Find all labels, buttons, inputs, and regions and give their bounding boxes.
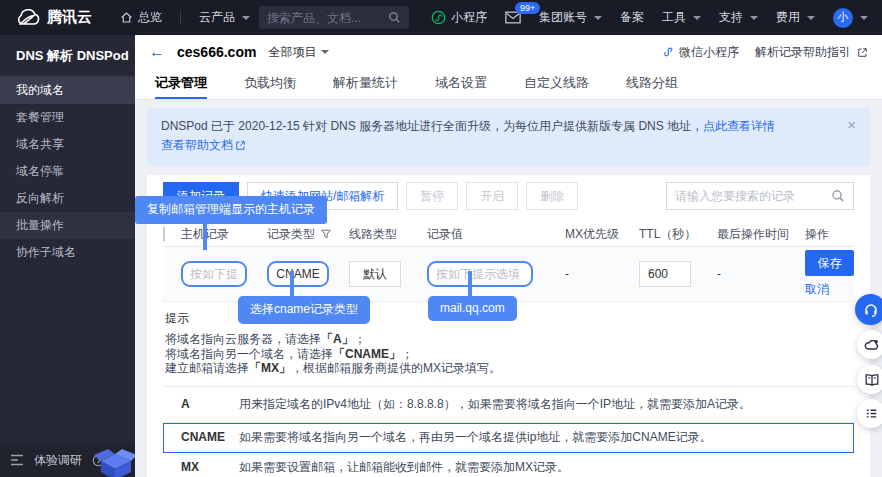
- cancel-link[interactable]: 取消: [805, 281, 829, 298]
- sidebar-item-my-domains[interactable]: 我的域名: [0, 77, 135, 104]
- nav-cloud-products[interactable]: 云产品: [199, 9, 250, 26]
- tip-line-a: 将域名指向云服务器，请选择「A」；: [165, 332, 852, 347]
- account-menu[interactable]: 小: [833, 8, 868, 28]
- record-type-input[interactable]: [267, 261, 329, 287]
- topbar: 腾讯云 总览 云产品 小程序 99+: [0, 0, 882, 35]
- record-type-row-cname: CNAME 如果需要将域名指向另一个域名，再由另一个域名提供ip地址，就需要添加…: [163, 423, 854, 453]
- chevron-down-icon: [693, 16, 701, 20]
- ttl-input[interactable]: [639, 261, 691, 287]
- record-search[interactable]: [666, 182, 854, 210]
- topbar-search[interactable]: [259, 6, 409, 29]
- project-filter[interactable]: 全部项目: [268, 44, 329, 61]
- col-header-host: 主机记录: [181, 226, 267, 243]
- nav-support[interactable]: 支持: [719, 9, 758, 26]
- nav-group-account[interactable]: 集团账号: [539, 9, 602, 26]
- line-type-input[interactable]: [349, 261, 401, 287]
- customer-service-button[interactable]: [855, 294, 882, 325]
- sidebar-item-domain-sharing[interactable]: 域名共享: [0, 131, 135, 158]
- tab-record-management[interactable]: 记录管理: [155, 69, 207, 99]
- survey-link[interactable]: 体验调研: [34, 452, 82, 469]
- tab-domain-settings[interactable]: 域名设置: [435, 69, 487, 99]
- search-icon[interactable]: [388, 11, 401, 24]
- domain-title: ces666.com: [177, 44, 256, 60]
- chevron-down-icon: [750, 16, 758, 20]
- tab-custom-lines[interactable]: 自定义线路: [524, 69, 589, 99]
- nav-beian[interactable]: 备案: [620, 9, 644, 26]
- filter-icon[interactable]: [321, 229, 331, 239]
- page-header: ← ces666.com 全部项目 微信小程序 解析记录帮助指引: [135, 35, 882, 69]
- col-header-ttl: TTL（秒）: [639, 226, 717, 243]
- guide-connector-value: [468, 271, 472, 298]
- record-value-input[interactable]: [427, 261, 533, 287]
- wechat-mini-program-link[interactable]: 微信小程序: [661, 44, 739, 61]
- message-count-badge: 99+: [515, 2, 540, 14]
- content-area: DNSPod 已于 2020-12-15 针对 DNS 服务器地址进行全面升级，…: [135, 100, 882, 477]
- chevron-down-icon: [321, 50, 329, 54]
- col-header-value: 记录值: [427, 226, 565, 243]
- last-op-time-value: -: [717, 267, 805, 281]
- box-illustration: [91, 444, 135, 477]
- chevron-down-icon: [807, 16, 815, 20]
- banner-detail-link[interactable]: 点此查看详情: [703, 119, 775, 133]
- save-button[interactable]: 保存: [805, 250, 854, 276]
- record-type-row-a: A 用来指定域名的IPv4地址（如：8.8.8.8），如果需要将域名指向一个IP…: [163, 387, 854, 423]
- sidebar-title: DNS 解析 DNSPod: [0, 35, 135, 77]
- topbar-search-input[interactable]: [267, 11, 382, 25]
- help-guide-link[interactable]: 解析记录帮助指引: [755, 44, 868, 61]
- external-link-icon[interactable]: [233, 138, 246, 152]
- cloud-logo-icon: [14, 9, 40, 26]
- back-arrow-icon[interactable]: ←: [149, 44, 165, 60]
- collapse-sidebar-icon[interactable]: [10, 454, 24, 466]
- new-record-form-row: - - 保存 取消: [163, 247, 854, 302]
- col-header-type[interactable]: 记录类型: [267, 226, 349, 243]
- sidebar-item-collaborative-subdomains[interactable]: 协作子域名: [0, 239, 135, 266]
- close-icon[interactable]: ×: [847, 117, 856, 132]
- tip-line-cname: 将域名指向另一个域名，请选择「CNAME」；: [165, 347, 852, 362]
- cloud-notification-button[interactable]: [857, 330, 882, 359]
- select-all-checkbox[interactable]: [163, 226, 165, 242]
- brand-text: 腾讯云: [47, 8, 92, 27]
- tip-line-mx: 建立邮箱请选择「MX」，根据邮箱服务商提供的MX记录填写。: [165, 361, 852, 376]
- record-type-row-mx: MX 如果需要设置邮箱，让邮箱能收到邮件，就需要添加MX记录。: [163, 453, 854, 477]
- chevron-down-icon: [860, 16, 868, 20]
- nav-messages[interactable]: 99+: [505, 11, 521, 24]
- search-icon[interactable]: [831, 189, 845, 203]
- delete-button[interactable]: 删除: [526, 182, 578, 210]
- col-header-line: 线路类型: [349, 226, 427, 243]
- tab-load-balancing[interactable]: 负载均衡: [244, 69, 296, 99]
- nav-billing[interactable]: 费用: [776, 9, 815, 26]
- pause-button[interactable]: 暂停: [406, 182, 458, 210]
- tab-line-groups[interactable]: 线路分组: [626, 69, 678, 99]
- host-record-input[interactable]: [181, 261, 247, 287]
- tab-bar: 记录管理 负载均衡 解析量统计 域名设置 自定义线路 线路分组: [135, 69, 882, 100]
- record-type-help-table: A 用来指定域名的IPv4地址（如：8.8.8.8），如果需要将域名指向一个IP…: [163, 386, 854, 477]
- nav-tools[interactable]: 工具: [662, 9, 701, 26]
- sidebar-item-domain-parking[interactable]: 域名停靠: [0, 158, 135, 185]
- external-link-icon: [857, 47, 868, 58]
- wechat-mini-program-icon: [661, 45, 675, 59]
- app-root: 腾讯云 总览 云产品 小程序 99+: [0, 0, 882, 477]
- avatar[interactable]: 小: [833, 8, 853, 28]
- chevron-down-icon: [594, 16, 602, 20]
- nav-mini-program[interactable]: 小程序: [431, 9, 487, 26]
- guide-connector-type: [290, 271, 294, 298]
- enable-button[interactable]: 开启: [466, 182, 518, 210]
- cloud-icon: [864, 337, 880, 353]
- nav-overview[interactable]: 总览: [120, 9, 162, 26]
- chevron-down-icon: [242, 16, 250, 20]
- sidebar-item-plan-management[interactable]: 套餐管理: [0, 104, 135, 131]
- docs-button[interactable]: [857, 365, 882, 394]
- notice-banner: DNSPod 已于 2020-12-15 针对 DNS 服务器地址进行全面升级，…: [147, 108, 870, 166]
- banner-text: DNSPod 已于 2020-12-15 针对 DNS 服务器地址进行全面升级，…: [161, 119, 703, 133]
- book-icon: [864, 372, 880, 388]
- feedback-button[interactable]: [857, 399, 882, 428]
- sidebar: DNS 解析 DNSPod 我的域名 套餐管理 域名共享 域名停靠 反向解析 批…: [0, 35, 135, 477]
- table-header-row: 主机记录 记录类型 线路类型 记录值 MX优先级 TTL（秒） 最后操作时间 操…: [163, 222, 854, 247]
- mini-program-icon: [431, 10, 446, 25]
- tencent-cloud-logo[interactable]: 腾讯云: [14, 8, 92, 27]
- record-search-input[interactable]: [675, 189, 825, 203]
- tab-resolution-stats[interactable]: 解析量统计: [333, 69, 398, 99]
- banner-doc-link[interactable]: 查看帮助文档: [161, 138, 233, 152]
- sidebar-item-reverse-resolution[interactable]: 反向解析: [0, 185, 135, 212]
- sidebar-item-batch-operations[interactable]: 批量操作: [0, 212, 135, 239]
